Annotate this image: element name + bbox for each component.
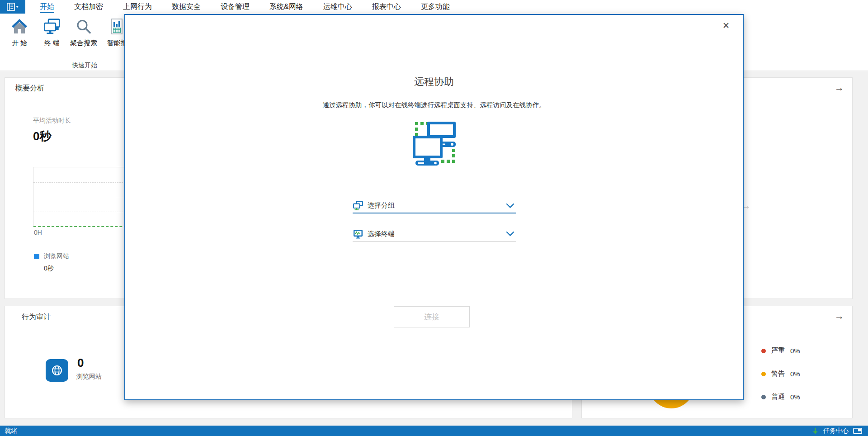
severe-label: 严重 [771,346,785,355]
remote-assistance-dialog: ✕ 远程协助 通过远程协助，你可以对在线终端进行远程桌面支持、远程访问及在线协作… [124,14,744,400]
tab-data-security[interactable]: 数据安全 [172,0,201,14]
ribbon-search-button[interactable]: 聚合搜索 [69,17,99,47]
ribbon-group-label: 快速开始 [54,62,115,70]
legend-swatch [34,254,39,259]
globe-icon [51,364,63,377]
avg-activity-label: 平均活动时长 [33,117,71,125]
alarm-legend-normal: 普通 0% [761,393,800,401]
dialog-title: 远程协助 [125,75,743,89]
group-select-placeholder: 选择分组 [368,201,395,210]
task-window-icon[interactable] [853,427,863,434]
tab-web-behavior[interactable]: 上网行为 [123,0,152,14]
normal-dot [761,395,766,399]
app-document-icon [7,3,19,11]
summary-panel-title: 概要分析 [15,84,44,93]
home-icon [10,18,28,36]
chart-axis-label: 0H [34,229,42,236]
status-ready-text: 就绪 [5,427,17,435]
tab-more-functions[interactable]: 更多功能 [421,0,450,14]
download-arrow-icon [812,427,819,435]
panel-forward-arrow[interactable]: → [835,82,844,93]
alarm-legend-warning: 警告 0% [761,370,800,378]
tab-doc-encryption[interactable]: 文档加密 [74,0,103,14]
warning-dot [761,372,766,376]
terminal-select-placeholder: 选择终端 [368,230,395,238]
terminal-monitor-icon [353,229,363,239]
normal-value: 0% [790,393,800,401]
menu-tabs: 开始 文档加密 上网行为 数据安全 设备管理 系统&网络 运维中心 报表中心 更… [40,0,450,14]
legend-label: 浏览网站 [44,252,69,261]
browse-web-tile[interactable] [46,359,68,382]
audit-panel-title: 行为审计 [22,313,51,322]
severe-value: 0% [790,347,800,355]
legend-value: 0秒 [44,265,54,273]
tab-report-center[interactable]: 报表中心 [372,0,401,14]
smart-report-icon [108,18,126,36]
terminals-icon [43,18,61,36]
chevron-down-icon [506,231,514,237]
warning-label: 警告 [771,370,785,378]
tab-system-network[interactable]: 系统&网络 [269,0,303,14]
status-right-group: 任务中心 [812,427,863,435]
tab-ops-center[interactable]: 运维中心 [323,0,352,14]
task-center-link[interactable]: 任务中心 [823,427,849,435]
browse-web-count: 0 [77,356,84,370]
chevron-down-icon [506,203,514,209]
ribbon-start-label: 开 始 [12,39,27,47]
ribbon-terminal-label: 终 端 [44,39,60,47]
terminal-select[interactable]: 选择终端 [353,227,516,242]
warning-value: 0% [790,370,800,378]
severe-dot [761,349,766,353]
remote-connection-icon [411,121,457,169]
avg-activity-value: 0秒 [33,128,51,144]
browse-web-label: 浏览网站 [76,373,102,381]
ribbon-search-label: 聚合搜索 [70,39,97,47]
app-menu-button[interactable] [0,0,25,14]
tab-start[interactable]: 开始 [40,0,54,14]
connect-button[interactable]: 连接 [394,306,470,327]
panel-forward-arrow[interactable]: → [835,311,844,322]
group-monitors-icon [353,200,363,211]
status-bar: 就绪 任务中心 [0,426,868,436]
normal-label: 普通 [771,393,785,401]
app-window: 开始 文档加密 上网行为 数据安全 设备管理 系统&网络 运维中心 报表中心 更… [0,0,868,436]
dialog-description: 通过远程协助，你可以对在线终端进行远程桌面支持、远程访问及在线协作。 [125,101,743,109]
search-icon [75,19,92,36]
group-select[interactable]: 选择分组 [353,199,516,213]
tab-device-management[interactable]: 设备管理 [221,0,250,14]
ribbon-start-button[interactable]: 开 始 [5,17,34,47]
close-icon[interactable]: ✕ [719,19,733,32]
remote-computers-illustration [411,121,457,171]
ribbon-terminal-button[interactable]: 终 端 [37,17,67,47]
menu-bar: 开始 文档加密 上网行为 数据安全 设备管理 系统&网络 运维中心 报表中心 更… [0,0,868,14]
alarm-legend-severe: 严重 0% [761,346,800,355]
